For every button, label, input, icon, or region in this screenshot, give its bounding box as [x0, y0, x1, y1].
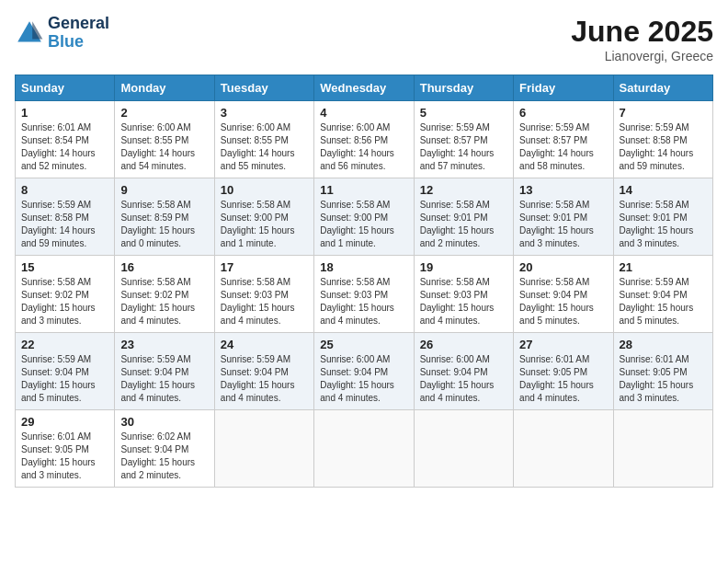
day-number: 15	[21, 260, 108, 274]
day-number: 14	[620, 183, 707, 197]
page-header: General Blue June 2025 Lianovergi, Greec…	[15, 15, 713, 63]
calendar-cell: 1Sunrise: 6:01 AM Sunset: 8:54 PM Daylig…	[16, 101, 115, 178]
day-number: 18	[320, 260, 407, 274]
calendar-cell: 17Sunrise: 5:58 AM Sunset: 9:03 PM Dayli…	[214, 256, 313, 333]
day-info: Sunrise: 5:58 AM Sunset: 9:03 PM Dayligh…	[420, 276, 507, 327]
calendar-cell: 28Sunrise: 6:01 AM Sunset: 9:05 PM Dayli…	[613, 333, 712, 410]
calendar-cell: 24Sunrise: 5:59 AM Sunset: 9:04 PM Dayli…	[214, 333, 313, 410]
weekday-header-monday: Monday	[115, 75, 214, 101]
day-info: Sunrise: 5:59 AM Sunset: 8:58 PM Dayligh…	[21, 199, 108, 250]
calendar-cell	[414, 410, 513, 488]
day-info: Sunrise: 5:59 AM Sunset: 8:57 PM Dayligh…	[519, 121, 607, 173]
day-info: Sunrise: 6:00 AM Sunset: 8:56 PM Dayligh…	[320, 121, 407, 173]
day-info: Sunrise: 5:58 AM Sunset: 9:02 PM Dayligh…	[120, 276, 208, 327]
day-info: Sunrise: 5:58 AM Sunset: 9:01 PM Dayligh…	[519, 199, 607, 250]
day-number: 4	[320, 106, 407, 120]
day-number: 2	[120, 106, 208, 120]
calendar-cell: 18Sunrise: 5:58 AM Sunset: 9:03 PM Dayli…	[314, 256, 414, 333]
calendar-cell: 27Sunrise: 6:01 AM Sunset: 9:05 PM Dayli…	[514, 333, 613, 410]
day-info: Sunrise: 5:58 AM Sunset: 9:01 PM Dayligh…	[420, 199, 507, 250]
weekday-header-tuesday: Tuesday	[214, 75, 313, 101]
day-info: Sunrise: 6:00 AM Sunset: 8:55 PM Dayligh…	[221, 121, 308, 173]
logo-text: General Blue	[48, 15, 109, 52]
day-number: 16	[120, 260, 208, 274]
calendar-week-2: 8Sunrise: 5:59 AM Sunset: 8:58 PM Daylig…	[16, 178, 713, 256]
day-number: 20	[519, 260, 607, 274]
calendar-cell: 22Sunrise: 5:59 AM Sunset: 9:04 PM Dayli…	[16, 333, 115, 410]
day-info: Sunrise: 5:58 AM Sunset: 9:03 PM Dayligh…	[320, 276, 407, 327]
title-block: June 2025 Lianovergi, Greece	[571, 15, 713, 63]
day-info: Sunrise: 5:58 AM Sunset: 9:01 PM Dayligh…	[620, 199, 707, 250]
day-number: 11	[320, 183, 407, 197]
day-number: 6	[519, 106, 607, 120]
calendar-week-1: 1Sunrise: 6:01 AM Sunset: 8:54 PM Daylig…	[16, 101, 713, 178]
calendar-cell: 7Sunrise: 5:59 AM Sunset: 8:58 PM Daylig…	[613, 101, 712, 178]
day-info: Sunrise: 5:58 AM Sunset: 9:02 PM Dayligh…	[21, 276, 108, 327]
calendar-cell: 26Sunrise: 6:00 AM Sunset: 9:04 PM Dayli…	[414, 333, 513, 410]
weekday-header-friday: Friday	[514, 75, 613, 101]
calendar: SundayMondayTuesdayWednesdayThursdayFrid…	[15, 75, 713, 488]
day-info: Sunrise: 5:58 AM Sunset: 9:03 PM Dayligh…	[221, 276, 308, 327]
calendar-cell: 10Sunrise: 5:58 AM Sunset: 9:00 PM Dayli…	[214, 178, 313, 256]
day-number: 30	[120, 415, 208, 429]
weekday-header-wednesday: Wednesday	[314, 75, 414, 101]
calendar-cell: 8Sunrise: 5:59 AM Sunset: 8:58 PM Daylig…	[16, 178, 115, 256]
day-number: 1	[21, 106, 108, 120]
day-number: 7	[620, 106, 707, 120]
day-number: 5	[420, 106, 507, 120]
day-info: Sunrise: 5:58 AM Sunset: 9:04 PM Dayligh…	[519, 276, 607, 327]
day-number: 3	[221, 106, 308, 120]
calendar-cell: 20Sunrise: 5:58 AM Sunset: 9:04 PM Dayli…	[514, 256, 613, 333]
calendar-cell	[214, 410, 313, 488]
day-info: Sunrise: 6:01 AM Sunset: 9:05 PM Dayligh…	[21, 431, 108, 482]
svg-marker-1	[32, 21, 42, 39]
calendar-cell: 19Sunrise: 5:58 AM Sunset: 9:03 PM Dayli…	[414, 256, 513, 333]
day-info: Sunrise: 5:58 AM Sunset: 8:59 PM Dayligh…	[120, 199, 208, 250]
calendar-cell: 6Sunrise: 5:59 AM Sunset: 8:57 PM Daylig…	[514, 101, 613, 178]
weekday-header-thursday: Thursday	[414, 75, 513, 101]
day-info: Sunrise: 6:01 AM Sunset: 9:05 PM Dayligh…	[519, 353, 607, 405]
day-number: 10	[221, 183, 308, 197]
day-info: Sunrise: 6:02 AM Sunset: 9:04 PM Dayligh…	[120, 431, 208, 482]
weekday-header-sunday: Sunday	[16, 75, 115, 101]
calendar-cell: 13Sunrise: 5:58 AM Sunset: 9:01 PM Dayli…	[514, 178, 613, 256]
calendar-cell: 3Sunrise: 6:00 AM Sunset: 8:55 PM Daylig…	[214, 101, 313, 178]
calendar-cell: 4Sunrise: 6:00 AM Sunset: 8:56 PM Daylig…	[314, 101, 414, 178]
day-number: 25	[320, 338, 407, 351]
day-info: Sunrise: 6:00 AM Sunset: 9:04 PM Dayligh…	[420, 353, 507, 405]
day-number: 29	[21, 415, 108, 429]
calendar-cell: 30Sunrise: 6:02 AM Sunset: 9:04 PM Dayli…	[115, 410, 214, 488]
logo: General Blue	[15, 15, 109, 52]
day-info: Sunrise: 5:58 AM Sunset: 9:00 PM Dayligh…	[221, 199, 308, 250]
calendar-week-3: 15Sunrise: 5:58 AM Sunset: 9:02 PM Dayli…	[16, 256, 713, 333]
calendar-cell: 23Sunrise: 5:59 AM Sunset: 9:04 PM Dayli…	[115, 333, 214, 410]
day-info: Sunrise: 6:01 AM Sunset: 8:54 PM Dayligh…	[21, 121, 108, 173]
calendar-cell: 16Sunrise: 5:58 AM Sunset: 9:02 PM Dayli…	[115, 256, 214, 333]
logo-icon	[15, 18, 44, 48]
calendar-cell: 15Sunrise: 5:58 AM Sunset: 9:02 PM Dayli…	[16, 256, 115, 333]
weekday-header-row: SundayMondayTuesdayWednesdayThursdayFrid…	[16, 75, 713, 101]
day-number: 28	[620, 338, 707, 351]
calendar-cell: 9Sunrise: 5:58 AM Sunset: 8:59 PM Daylig…	[115, 178, 214, 256]
calendar-cell: 12Sunrise: 5:58 AM Sunset: 9:01 PM Dayli…	[414, 178, 513, 256]
day-number: 9	[120, 183, 208, 197]
day-number: 19	[420, 260, 507, 274]
calendar-cell: 14Sunrise: 5:58 AM Sunset: 9:01 PM Dayli…	[613, 178, 712, 256]
weekday-header-saturday: Saturday	[613, 75, 712, 101]
calendar-cell	[514, 410, 613, 488]
day-info: Sunrise: 5:59 AM Sunset: 9:04 PM Dayligh…	[120, 353, 208, 405]
calendar-cell: 25Sunrise: 6:00 AM Sunset: 9:04 PM Dayli…	[314, 333, 414, 410]
day-number: 12	[420, 183, 507, 197]
calendar-cell: 5Sunrise: 5:59 AM Sunset: 8:57 PM Daylig…	[414, 101, 513, 178]
calendar-week-4: 22Sunrise: 5:59 AM Sunset: 9:04 PM Dayli…	[16, 333, 713, 410]
day-number: 17	[221, 260, 308, 274]
calendar-cell	[314, 410, 414, 488]
calendar-cell: 11Sunrise: 5:58 AM Sunset: 9:00 PM Dayli…	[314, 178, 414, 256]
day-info: Sunrise: 6:01 AM Sunset: 9:05 PM Dayligh…	[620, 353, 707, 405]
calendar-week-5: 29Sunrise: 6:01 AM Sunset: 9:05 PM Dayli…	[16, 410, 713, 488]
day-info: Sunrise: 6:00 AM Sunset: 8:55 PM Dayligh…	[120, 121, 208, 173]
day-number: 21	[620, 260, 707, 274]
day-number: 23	[120, 338, 208, 351]
day-info: Sunrise: 5:59 AM Sunset: 9:04 PM Dayligh…	[21, 353, 108, 405]
day-number: 8	[21, 183, 108, 197]
